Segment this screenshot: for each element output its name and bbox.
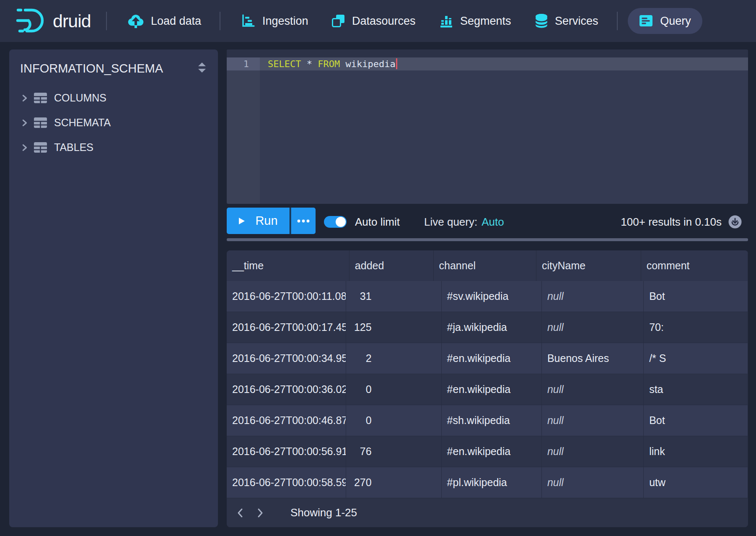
table-icon xyxy=(34,92,47,104)
cell-cityName[interactable]: null xyxy=(542,467,644,498)
nav-item-ingestion[interactable]: Ingestion xyxy=(241,0,308,42)
schema-header: INFORMATION_SCHEMA xyxy=(20,59,207,78)
table-row: 2016-06-27T00:00:56.913Z76#en.wikipedian… xyxy=(227,436,748,467)
nav-item-datasources[interactable]: Datasources xyxy=(331,0,416,42)
cell-time[interactable]: 2016-06-27T00:00:34.959Z xyxy=(227,343,346,374)
cell-comment[interactable]: sta xyxy=(644,374,748,405)
cell-added[interactable]: 2 xyxy=(346,343,441,374)
column-header-channel[interactable]: channel xyxy=(434,250,537,281)
cell-added[interactable]: 76 xyxy=(346,436,441,467)
next-page-button[interactable] xyxy=(252,503,269,523)
console-icon xyxy=(639,14,653,28)
nav-item-segments[interactable]: Segments xyxy=(439,0,511,42)
cell-comment[interactable]: utw xyxy=(644,467,748,498)
table-row: 2016-06-27T00:00:36.027Z0#en.wikipedianu… xyxy=(227,374,748,405)
run-button[interactable]: Run xyxy=(227,208,290,234)
more-options-button[interactable] xyxy=(290,208,316,234)
column-header-cityName[interactable]: cityName xyxy=(536,250,641,281)
play-icon xyxy=(238,214,245,228)
nav-divider xyxy=(106,12,107,30)
nav-item-label: Datasources xyxy=(352,15,416,28)
nav-item-label: Load data xyxy=(151,15,201,28)
table-icon xyxy=(34,117,47,129)
cell-time[interactable]: 2016-06-27T00:00:58.599Z xyxy=(227,467,346,498)
more-dots-icon xyxy=(296,217,311,225)
logo-text: druid xyxy=(53,11,91,31)
results-table-panel: __timeaddedchannelcityNamecomment 2016-0… xyxy=(227,250,748,527)
cell-cityName[interactable]: Buenos Aires xyxy=(542,343,644,374)
cell-time[interactable]: 2016-06-27T00:00:17.457Z xyxy=(227,312,346,343)
nav-divider xyxy=(617,12,618,30)
cell-added[interactable]: 125 xyxy=(346,312,441,343)
cell-channel[interactable]: #en.wikipedia xyxy=(442,436,542,467)
null-value: null xyxy=(547,383,564,395)
sql-editor[interactable]: 1 SELECT * FROM wikipedia xyxy=(227,49,748,204)
cell-added[interactable]: 0 xyxy=(346,405,441,436)
cell-time[interactable]: 2016-06-27T00:00:36.027Z xyxy=(227,374,346,405)
cell-channel[interactable]: #ja.wikipedia xyxy=(442,312,542,343)
chevron-right-icon xyxy=(20,143,28,152)
nav-item-label: Services xyxy=(555,15,598,28)
toggle-knob xyxy=(336,217,346,227)
schema-sidebar-panel: INFORMATION_SCHEMA COLUMNS SCHEMATA TABL… xyxy=(9,49,218,527)
cell-added[interactable]: 270 xyxy=(346,467,441,498)
live-query-mode-selector[interactable]: Auto xyxy=(482,216,504,228)
cell-comment[interactable]: link xyxy=(644,436,748,467)
sidebar-item-columns[interactable]: COLUMNS xyxy=(9,86,218,110)
run-label: Run xyxy=(255,214,277,228)
schema-title: INFORMATION_SCHEMA xyxy=(20,62,163,75)
chevron-right-icon xyxy=(20,94,28,103)
cell-channel[interactable]: #en.wikipedia xyxy=(442,374,542,405)
sql-code-line[interactable]: SELECT * FROM wikipedia xyxy=(268,57,397,70)
cell-time[interactable]: 2016-06-27T00:00:46.874Z xyxy=(227,405,346,436)
column-header-comment[interactable]: comment xyxy=(641,250,748,281)
cell-comment[interactable]: Bot xyxy=(644,281,748,312)
panel-splitter-handle[interactable] xyxy=(227,238,748,241)
line-number: 1 xyxy=(227,57,249,70)
cell-comment[interactable]: /* S xyxy=(644,343,748,374)
sql-token-keyword: SELECT xyxy=(268,59,301,69)
sidebar-item-label: TABLES xyxy=(54,141,93,154)
cell-time[interactable]: 2016-06-27T00:00:56.913Z xyxy=(227,436,346,467)
previous-page-button[interactable] xyxy=(232,503,249,523)
cell-cityName[interactable]: null xyxy=(542,405,644,436)
sql-token-plain: wikipedia xyxy=(340,59,395,69)
nav-item-query[interactable]: Query xyxy=(628,8,702,34)
table-row: 2016-06-27T00:00:46.874Z0#sh.wikipedianu… xyxy=(227,405,748,436)
auto-limit-toggle[interactable] xyxy=(324,216,347,228)
cell-time[interactable]: 2016-06-27T00:00:11.080Z xyxy=(227,281,346,312)
results-summary: 100+ results in 0.10s xyxy=(621,210,722,234)
cell-cityName[interactable]: null xyxy=(542,281,644,312)
cell-comment[interactable]: 70: xyxy=(644,312,748,343)
editor-gutter xyxy=(227,49,260,204)
cell-channel[interactable]: #en.wikipedia xyxy=(442,343,542,374)
results-table-body: 2016-06-27T00:00:11.080Z31#sv.wikipedian… xyxy=(227,281,748,527)
sidebar-item-label: COLUMNS xyxy=(54,92,106,104)
cell-channel[interactable]: #sv.wikipedia xyxy=(442,281,542,312)
nav-item-services[interactable]: Services xyxy=(535,0,598,42)
cell-channel[interactable]: #pl.wikipedia xyxy=(442,467,542,498)
cell-added[interactable]: 31 xyxy=(346,281,441,312)
app-logo[interactable]: druid xyxy=(16,0,91,42)
navbar: druid Load data Ingestion Datasources Se… xyxy=(0,0,756,42)
sidebar-item-schemata[interactable]: SCHEMATA xyxy=(9,110,218,135)
cell-cityName[interactable]: null xyxy=(542,436,644,467)
column-header-time[interactable]: __time xyxy=(227,250,350,281)
nav-item-load-data[interactable]: Load data xyxy=(127,0,201,42)
download-results-button[interactable] xyxy=(728,215,742,229)
sql-token-plain: * xyxy=(301,59,318,69)
cell-channel[interactable]: #sh.wikipedia xyxy=(442,405,542,436)
column-header-added[interactable]: added xyxy=(350,250,434,281)
results-pagination-bar: Showing 1-25 xyxy=(227,498,748,527)
double-caret-vertical-icon[interactable] xyxy=(197,61,207,75)
table-row: 2016-06-27T00:00:11.080Z31#sv.wikipedian… xyxy=(227,281,748,312)
cell-added[interactable]: 0 xyxy=(346,374,441,405)
cell-cityName[interactable]: null xyxy=(542,312,644,343)
table-row: 2016-06-27T00:00:34.959Z2#en.wikipediaBu… xyxy=(227,343,748,374)
cell-comment[interactable]: Bot xyxy=(644,405,748,436)
table-row: 2016-06-27T00:00:58.599Z270#pl.wikipedia… xyxy=(227,467,748,498)
nav-item-label: Segments xyxy=(460,15,511,28)
druid-logo-icon xyxy=(16,6,46,36)
cell-cityName[interactable]: null xyxy=(542,374,644,405)
sidebar-item-tables[interactable]: TABLES xyxy=(9,135,218,160)
